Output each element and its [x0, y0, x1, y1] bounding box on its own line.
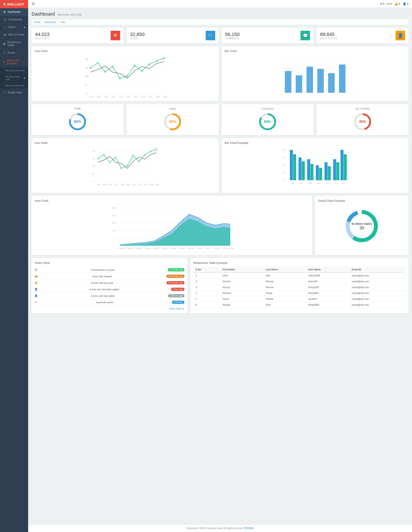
svg-text:2021: 2021: [141, 96, 145, 98]
user-menu-icon[interactable]: 👤 ▾: [403, 2, 409, 5]
table-cell: name@site.com: [350, 285, 405, 290]
task-icon-3: 💰: [35, 281, 38, 284]
sidebar-item-charts[interactable]: △ Charts ◀: [0, 23, 28, 31]
table-cell: 5: [194, 296, 221, 302]
sidebar-item-dashboard[interactable]: ⊞ Dashboard: [0, 8, 28, 16]
dashboard-icon: ⊞: [3, 10, 6, 13]
task-text-2: Order 302 shipped: [92, 275, 112, 278]
svg-point-70: [150, 151, 151, 152]
table-cell: Orieal: [264, 290, 306, 296]
sidebar-label-dashboard: Dashboard: [8, 10, 20, 13]
table-cell: Dere: [264, 302, 306, 308]
svg-text:2010: 2010: [325, 183, 329, 184]
task-item-2: 🚚 Order 302 shipped 15 minutes ago: [35, 273, 185, 280]
sidebar-item-forms[interactable]: ✎ Forms: [0, 49, 28, 57]
donut-charts-row: Profit 82% Sales: [32, 104, 409, 135]
col-header-lastname: Last Name: [264, 267, 306, 273]
svg-text:2006: 2006: [291, 183, 294, 184]
svg-point-17: [141, 70, 143, 71]
table-cell: name@site.com: [350, 290, 405, 296]
svg-text:2010-06: 2010-06: [128, 247, 133, 249]
svg-text:2019: 2019: [126, 184, 130, 185]
stat-icon-comments: 💬: [300, 31, 310, 40]
page-subtitle: Welcome John Doe: [57, 13, 82, 16]
task-item-3: 💰 Invoice 653 has paid 36 minutes ago: [35, 280, 185, 286]
alerts-icon[interactable]: 🔔 ▾: [394, 2, 400, 5]
svg-text:2007: 2007: [300, 183, 303, 184]
task-item-1: 💬 Commented on a post 2 minutes ago: [35, 267, 185, 273]
svg-point-68: [138, 161, 140, 162]
notifications-icon[interactable]: ✉ ▾: [387, 2, 392, 5]
task-icon-1: 💬: [35, 268, 38, 271]
svg-point-11: [97, 62, 99, 64]
breadcrumb-data: Data: [61, 21, 66, 23]
svg-text:2018: 2018: [119, 96, 123, 98]
stat-card-comments: 56,150 COMMENTS 💬: [222, 28, 314, 43]
bottom-row: Tasks Panel 💬 Commented on a post 2 minu…: [32, 258, 409, 313]
donut-profit-value: 82%: [74, 120, 81, 124]
svg-text:2011-04: 2011-04: [171, 247, 176, 249]
bar-chart-example-card: Bar Chart Example 100 75 50 25 0: [222, 138, 409, 193]
more-tasks-link[interactable]: More Tasks ➤: [35, 307, 185, 310]
table-row: 4RichardOriealRich5685name@site.com: [194, 290, 405, 296]
sidebar-item-multilevel[interactable]: ◈ Multi-Level Dropdon ▼: [0, 57, 28, 67]
svg-point-18: [149, 64, 150, 65]
sidebar-item-empty-page[interactable]: ◻ Empty Page: [0, 89, 28, 96]
svg-text:100: 100: [85, 75, 88, 77]
charts-arrow: ◀: [23, 26, 25, 28]
col-header-username: User Name: [306, 267, 350, 273]
table-cell: Marriye: [264, 279, 306, 285]
sidebar-item-second-level-1[interactable]: Second Level Link: [0, 67, 28, 74]
email-icon[interactable]: ✉ ▾: [380, 2, 385, 5]
table-cell: Rorzye: [220, 285, 263, 290]
svg-rect-39: [306, 67, 313, 93]
task-text-5: A new user has added: [91, 294, 115, 297]
svg-point-64: [115, 157, 116, 158]
svg-text:2016: 2016: [109, 184, 112, 185]
sidebar-item-second-level-3[interactable]: Second Level Link: [0, 83, 28, 89]
tasks-panel: Tasks Panel 💬 Commented on a post 2 minu…: [32, 258, 187, 313]
chart-row-1: Line Chart 200 150 100 50 0: [32, 46, 409, 101]
sidebar-item-tabs[interactable]: ▤ Tabs & Panels: [0, 31, 28, 38]
svg-text:2018: 2018: [121, 184, 124, 185]
svg-rect-102: [328, 166, 331, 180]
svg-rect-95: [298, 157, 301, 180]
line-chart-title: Line Chart: [35, 49, 216, 53]
svg-text:0: 0: [114, 238, 115, 239]
svg-text:2008: 2008: [308, 183, 311, 184]
svg-text:200: 200: [92, 150, 95, 152]
breadcrumb-dashboard[interactable]: Dashboard: [44, 21, 56, 23]
footer-link[interactable]: 网页模板: [244, 527, 254, 529]
sidebar-item-ui-elements[interactable]: ◫ UI Elements: [0, 16, 28, 23]
chart-row-2: Line Chart 200 150 100 50 0: [32, 138, 409, 193]
table-cell: Wrapel: [220, 302, 263, 308]
breadcrumb-sep2: /: [57, 21, 59, 23]
svg-text:2024: 2024: [156, 184, 159, 185]
page-title: Dashboard: [32, 11, 55, 17]
sidebar-item-second-level-2[interactable]: Second Level Link ◀: [0, 74, 28, 83]
data-table: S No. First Name Last Name User Name Ema…: [194, 267, 405, 308]
svg-text:2016: 2016: [104, 96, 108, 98]
svg-text:2023: 2023: [150, 184, 153, 185]
svg-text:2015: 2015: [97, 96, 101, 98]
svg-rect-41: [328, 73, 335, 93]
donut-sales-value: 55%: [169, 120, 176, 124]
breadcrumb-home[interactable]: Home: [34, 21, 40, 23]
svg-text:30,000: 30,000: [112, 207, 116, 209]
table-cell: Richard: [220, 290, 263, 296]
svg-rect-37: [285, 71, 291, 93]
table-title: Responsive Table Example: [194, 261, 405, 265]
second-level-3-label: Second Level Link: [5, 84, 25, 87]
table-cell: name@site.com: [350, 302, 405, 308]
menu-toggle-icon[interactable]: ☰: [32, 2, 35, 6]
svg-text:2014: 2014: [90, 96, 94, 98]
table-cell: Wrap4585: [306, 302, 350, 308]
donut-in-store-label: In-Store Sales: [352, 222, 372, 226]
stat-card-profits: 89,645 DAILY PROFITS 👤: [317, 28, 409, 43]
sidebar-item-tables[interactable]: ▦ Responsive Tables: [0, 38, 28, 49]
sidebar-label-charts: Charts: [8, 26, 15, 28]
stat-label-visits: DAILY VISITS: [35, 37, 50, 40]
brand[interactable]: ★ BRILLIANT: [0, 0, 28, 8]
col-header-email: Email ID.: [350, 267, 405, 273]
second-level-2-arrow: ◀: [23, 77, 25, 79]
